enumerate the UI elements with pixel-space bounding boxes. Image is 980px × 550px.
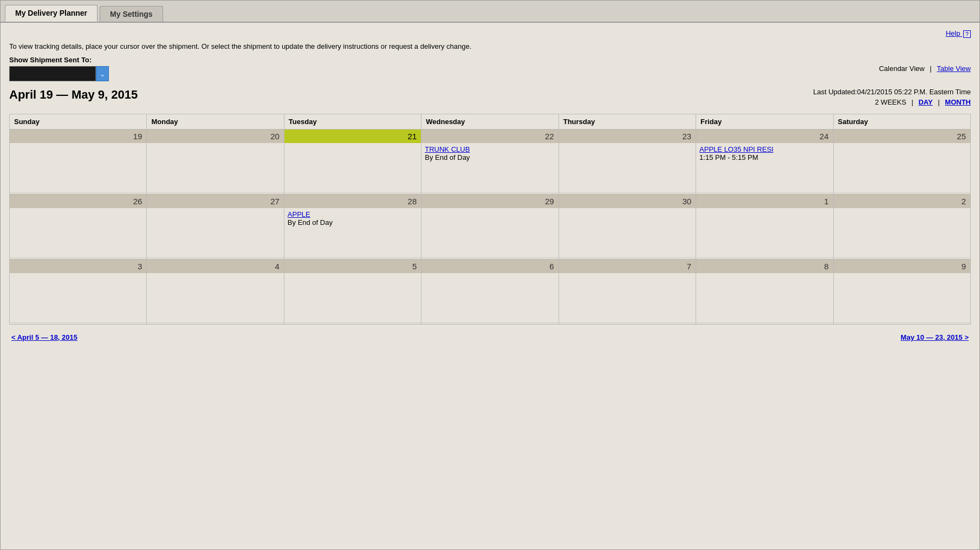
calendar-day-cell: 23 [559, 129, 696, 194]
day-content [10, 143, 146, 192]
calendar-day-cell: 20 [147, 129, 284, 194]
calendar-day-cell: 9 [833, 259, 970, 324]
day-number: 28 [284, 195, 421, 208]
calendar-day-cell: 27 [147, 194, 284, 259]
calendar-day-cell: 8 [696, 259, 833, 324]
tab-delivery-planner[interactable]: My Delivery Planner [5, 5, 98, 22]
day-content [834, 273, 970, 322]
table-view-link[interactable]: Table View [937, 64, 971, 73]
day-content [147, 143, 283, 192]
calendar-day-cell: 6 [421, 259, 559, 324]
day-number: 21 [284, 130, 421, 143]
shipment-time: By End of Day [288, 218, 418, 227]
shipment-link[interactable]: APPLE [288, 210, 418, 218]
show-shipment-left: Show Shipment Sent To: ⌄ [9, 56, 109, 81]
date-range-right: Last Updated:04/21/2015 05:22 P.M. Easte… [813, 88, 971, 106]
day-number: 30 [559, 195, 696, 208]
shipment-link[interactable]: APPLE LO35 NPI RESI [699, 145, 829, 153]
day-content [696, 208, 833, 257]
calendar-day-cell: 22TRUNK CLUBBy End of Day [421, 129, 559, 194]
day-content [10, 273, 146, 322]
calendar-day-cell: 21 [284, 129, 421, 194]
shipment-select-wrapper: ⌄ [9, 66, 109, 81]
calendar-week-row: 3456789 [10, 259, 971, 324]
next-period-link[interactable]: May 10 — 23, 2015 > [901, 333, 969, 341]
day-content: TRUNK CLUBBy End of Day [421, 143, 558, 192]
header-tuesday: Tuesday [284, 114, 421, 129]
calendar-day-cell: 29 [421, 194, 559, 259]
day-content [559, 208, 696, 257]
day-number: 5 [284, 260, 421, 273]
shipment-select[interactable] [9, 66, 96, 81]
calendar-week-row: 19202122TRUNK CLUBBy End of Day2324APPLE… [10, 129, 971, 194]
day-number: 22 [421, 130, 558, 143]
header-sunday: Sunday [10, 114, 147, 129]
help-icon: ? [963, 30, 971, 38]
day-number: 2 [834, 195, 970, 208]
calendar-day-cell: 1 [696, 194, 833, 259]
calendar-day-cell: 7 [559, 259, 696, 324]
header-monday: Monday [147, 114, 284, 129]
day-content [147, 273, 283, 322]
shipment-link[interactable]: TRUNK CLUB [425, 145, 555, 153]
day-number: 3 [10, 260, 146, 273]
show-shipment-row: Show Shipment Sent To: ⌄ Calendar View |… [9, 56, 971, 81]
day-content [559, 143, 696, 192]
calendar-header-row: Sunday Monday Tuesday Wednesday Thursday… [10, 114, 971, 129]
day-number: 7 [559, 260, 696, 273]
day-number: 4 [147, 260, 283, 273]
day-content [147, 208, 283, 257]
show-shipment-label: Show Shipment Sent To: [9, 56, 109, 64]
select-dropdown-arrow[interactable]: ⌄ [96, 66, 109, 81]
tab-bar: My Delivery Planner My Settings [1, 1, 979, 23]
prev-period-link[interactable]: < April 5 — 18, 2015 [11, 333, 77, 341]
day-content [834, 208, 970, 257]
shipment-time: 1:15 PM - 5:15 PM [699, 153, 829, 161]
main-content: Help ? To view tracking details, place y… [1, 23, 979, 348]
day-content [10, 208, 146, 257]
week-view-links: 2 WEEKS | DAY | MONTH [813, 98, 971, 106]
calendar-day-cell: 28APPLEBy End of Day [284, 194, 421, 259]
calendar-table: Sunday Monday Tuesday Wednesday Thursday… [9, 114, 971, 325]
shipment-time: By End of Day [425, 153, 555, 161]
calendar-day-cell: 25 [833, 129, 970, 194]
date-range-title: April 19 — May 9, 2015 [9, 88, 138, 102]
day-number: 24 [696, 130, 833, 143]
help-link[interactable]: Help ? [946, 29, 971, 37]
day-content [421, 208, 558, 257]
last-updated: Last Updated:04/21/2015 05:22 P.M. Easte… [813, 88, 971, 96]
day-content [421, 273, 558, 322]
day-content [284, 273, 421, 322]
instructions-text: To view tracking details, place your cur… [9, 42, 971, 50]
tab-settings[interactable]: My Settings [100, 6, 163, 22]
day-content [834, 143, 970, 192]
month-view-link[interactable]: MONTH [945, 98, 971, 106]
day-number: 9 [834, 260, 970, 273]
day-view-link[interactable]: DAY [918, 98, 932, 106]
calendar-day-cell: 19 [10, 129, 147, 194]
help-row: Help ? [9, 29, 971, 38]
calendar-day-cell: 5 [284, 259, 421, 324]
day-number: 1 [696, 195, 833, 208]
calendar-day-cell: 3 [10, 259, 147, 324]
view-toggle: Calendar View | Table View [879, 64, 971, 73]
day-number: 6 [421, 260, 558, 273]
day-content [559, 273, 696, 322]
header-thursday: Thursday [559, 114, 696, 129]
calendar-day-cell: 2 [833, 194, 970, 259]
day-number: 19 [10, 130, 146, 143]
day-number: 8 [696, 260, 833, 273]
day-content [696, 273, 833, 322]
calendar-day-cell: 4 [147, 259, 284, 324]
day-content: APPLE LO35 NPI RESI1:15 PM - 5:15 PM [696, 143, 833, 192]
calendar-day-cell: 30 [559, 194, 696, 259]
day-number: 29 [421, 195, 558, 208]
day-number: 26 [10, 195, 146, 208]
day-content: APPLEBy End of Day [284, 208, 421, 257]
day-number: 20 [147, 130, 283, 143]
day-number: 23 [559, 130, 696, 143]
day-number: 27 [147, 195, 283, 208]
calendar-week-row: 262728APPLEBy End of Day293012 [10, 194, 971, 259]
calendar-navigation: < April 5 — 18, 2015 May 10 — 23, 2015 > [9, 333, 971, 341]
day-content [284, 143, 421, 192]
